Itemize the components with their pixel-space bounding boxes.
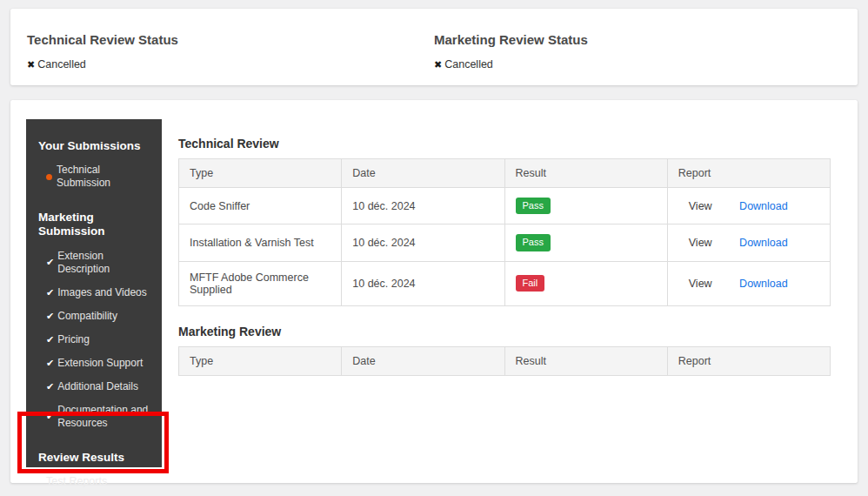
sidebar-item-label: Pricing <box>57 333 90 346</box>
marketing-review-status-title: Marketing Review Status <box>434 32 858 47</box>
technical-status-text: Cancelled <box>37 58 86 70</box>
column-header-type: Type <box>179 346 342 375</box>
checkmark-icon <box>46 312 54 321</box>
column-header-result: Result <box>504 159 667 188</box>
table-row: Code Sniffer 10 déc. 2024 Pass View Down… <box>179 188 831 225</box>
marketing-status-text: Cancelled <box>444 58 493 70</box>
column-header-date: Date <box>342 159 504 188</box>
table-header-row: Type Date Result Report <box>179 159 831 188</box>
checkmark-icon <box>46 359 54 368</box>
submission-detail-card: Your Submissions Technical Submission Ma… <box>10 100 858 483</box>
cell-report: View Download <box>667 188 830 225</box>
sidebar-review-results-section: Review Results Test Reports <box>38 451 153 489</box>
review-content: Technical Review Type Date Result Report… <box>178 137 831 376</box>
sidebar-heading-review-results: Review Results <box>38 451 153 465</box>
technical-review-title: Technical Review <box>178 137 831 151</box>
sidebar-heading-marketing-submission: Marketing Submission <box>38 211 153 238</box>
cell-report: View Download <box>667 261 830 305</box>
column-header-report: Report <box>667 159 830 188</box>
status-badge: Fail <box>516 275 545 292</box>
sidebar-item-label: Test Reports <box>46 475 107 489</box>
column-header-result: Result <box>504 346 667 375</box>
column-header-type: Type <box>179 159 342 188</box>
sidebar-item-label: Additional Details <box>57 380 138 393</box>
sidebar-item-images-and-videos[interactable]: Images and Videos <box>46 286 153 299</box>
cell-type: Code Sniffer <box>179 188 342 225</box>
view-report-link[interactable]: View <box>689 200 712 212</box>
marketing-review-status-section: Marketing Review Status Cancelled <box>434 32 858 85</box>
sidebar-item-label: Technical Submission <box>57 164 150 190</box>
checkmark-icon <box>46 335 54 345</box>
checkmark-icon <box>46 258 54 267</box>
cell-result: Pass <box>504 188 667 225</box>
sidebar-item-extension-support[interactable]: Extension Support <box>46 357 153 370</box>
download-report-link[interactable]: Download <box>739 278 788 290</box>
technical-review-status-title: Technical Review Status <box>27 32 434 47</box>
technical-review-status-section: Technical Review Status Cancelled <box>10 32 434 85</box>
download-report-link[interactable]: Download <box>739 200 788 212</box>
download-report-link[interactable]: Download <box>739 237 788 249</box>
table-row: Installation & Varnish Test 10 déc. 2024… <box>179 225 831 261</box>
cell-date: 10 déc. 2024 <box>342 225 504 261</box>
checkmark-icon <box>46 382 54 392</box>
cell-report: View Download <box>667 225 830 261</box>
sidebar-item-label: Compatibility <box>57 310 117 323</box>
cell-date: 10 déc. 2024 <box>342 188 504 225</box>
review-status-card: Technical Review Status Cancelled Market… <box>10 9 858 85</box>
sidebar-item-additional-details[interactable]: Additional Details <box>46 380 153 393</box>
view-report-link[interactable]: View <box>689 278 712 290</box>
table-row: MFTF Adobe Commerce Supplied 10 déc. 202… <box>179 261 831 305</box>
cell-date: 10 déc. 2024 <box>342 261 504 305</box>
sidebar-item-label: Images and Videos <box>57 286 147 299</box>
sidebar-item-documentation-and-resources[interactable]: Documentation and Resources <box>46 404 153 430</box>
sidebar-item-compatibility[interactable]: Compatibility <box>46 310 153 323</box>
sidebar-heading-your-submissions: Your Submissions <box>38 139 153 153</box>
column-header-report: Report <box>667 346 830 375</box>
sidebar-item-test-reports[interactable]: Test Reports <box>46 475 153 489</box>
checkmark-icon <box>46 412 54 421</box>
cell-type: Installation & Varnish Test <box>179 225 342 261</box>
cell-result: Pass <box>504 225 667 261</box>
sidebar-item-label: Extension Description <box>57 250 151 276</box>
status-badge: Pass <box>516 198 551 214</box>
table-header-row: Type Date Result Report <box>179 346 831 375</box>
view-report-link[interactable]: View <box>689 237 712 249</box>
orange-dot-icon <box>46 174 52 180</box>
cancelled-x-icon <box>27 60 35 70</box>
sidebar-item-extension-description[interactable]: Extension Description <box>46 250 153 276</box>
sidebar-item-label: Extension Support <box>57 357 143 370</box>
sidebar-item-technical-submission[interactable]: Technical Submission <box>46 164 153 190</box>
technical-review-status-value: Cancelled <box>27 58 434 70</box>
checkmark-icon <box>46 288 54 298</box>
technical-review-table: Type Date Result Report Code Sniffer 10 … <box>178 158 831 306</box>
sidebar-item-label: Documentation and Resources <box>57 404 151 430</box>
sidebar-item-pricing[interactable]: Pricing <box>46 333 153 346</box>
status-badge: Pass <box>516 234 551 251</box>
cell-type: MFTF Adobe Commerce Supplied <box>179 261 342 305</box>
cancelled-x-icon <box>434 60 442 70</box>
submission-sidebar: Your Submissions Technical Submission Ma… <box>26 119 162 467</box>
cell-result: Fail <box>504 261 667 305</box>
column-header-date: Date <box>342 346 504 375</box>
marketing-review-status-value: Cancelled <box>434 58 858 70</box>
marketing-review-table: Type Date Result Report <box>178 346 831 376</box>
marketing-review-title: Marketing Review <box>178 325 831 338</box>
